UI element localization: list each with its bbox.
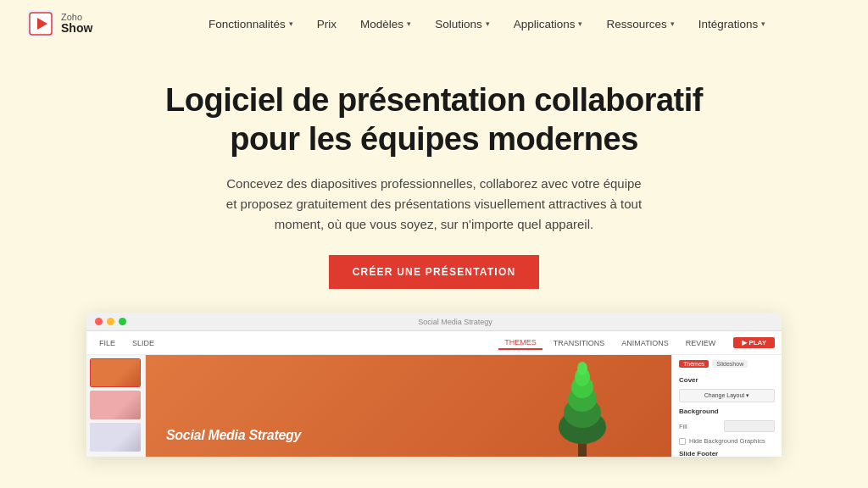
chevron-down-icon: ▾ <box>761 19 765 28</box>
nav-item-integrations[interactable]: Intégrations ▾ <box>698 18 766 30</box>
file-label: Social Media Strategy <box>137 318 773 326</box>
logo-text: Zoho Show <box>61 12 92 35</box>
chevron-down-icon: ▾ <box>670 19 675 28</box>
window-maximize-dot <box>119 318 126 325</box>
nav-link-modeles[interactable]: Modèles ▾ <box>360 18 411 30</box>
nav-link-fonctionnalites[interactable]: Fonctionnalités ▾ <box>209 18 293 30</box>
tab-animations[interactable]: ANIMATIONS <box>615 337 674 349</box>
nav-link-integrations[interactable]: Intégrations ▾ <box>698 18 766 30</box>
slide-thumbnail-1[interactable] <box>90 358 141 387</box>
window-close-dot <box>95 318 103 325</box>
change-layout-button[interactable]: Change Layout ▾ <box>679 389 775 402</box>
chevron-down-icon: ▾ <box>407 19 411 28</box>
hero-subtitle: Concevez des diapositives professionnell… <box>222 174 646 235</box>
panel-tabs: Thèmes Slideshow <box>679 360 775 368</box>
nav-item-solutions[interactable]: Solutions ▾ <box>435 18 490 30</box>
fill-row: Fill <box>679 420 775 432</box>
panel-tab-themes[interactable]: Thèmes <box>679 360 709 368</box>
nav-links: Fonctionnalités ▾ Prix Modèles ▾ Solutio… <box>133 18 841 30</box>
tree-illustration <box>544 355 620 457</box>
nav-item-prix[interactable]: Prix <box>317 18 337 30</box>
hero-section: Logiciel de présentation collaboratif po… <box>0 47 868 457</box>
app-preview: Social Media Strategy FILE SLIDE THEMES … <box>27 313 841 457</box>
tab-review[interactable]: REVIEW <box>680 337 722 349</box>
preview-window: Social Media Strategy FILE SLIDE THEMES … <box>86 313 782 457</box>
hero-title: Logiciel de présentation collaboratif po… <box>165 81 703 158</box>
nav-link-prix[interactable]: Prix <box>317 18 337 30</box>
tab-themes[interactable]: THEMES <box>498 336 542 350</box>
logo-link[interactable]: Zoho Show <box>27 10 92 37</box>
nav-link-solutions[interactable]: Solutions ▾ <box>435 18 490 30</box>
preview-body: Social Media Strategy Thèmes Slideshow C… <box>86 355 782 457</box>
chevron-down-icon: ▾ <box>486 19 490 28</box>
navbar: Zoho Show Fonctionnalités ▾ Prix Modèles… <box>0 0 868 47</box>
hide-bg-checkbox[interactable] <box>679 438 686 445</box>
preview-sidebar <box>86 355 146 457</box>
tab-transitions[interactable]: TRANSITIONS <box>548 337 611 349</box>
bg-label: Background <box>679 408 775 415</box>
slide-thumbnail-2[interactable] <box>90 391 141 419</box>
right-panel: Thèmes Slideshow Cover Change Layout ▾ B… <box>671 355 782 457</box>
tab-file[interactable]: FILE <box>93 337 121 349</box>
nav-item-ressources[interactable]: Ressources ▾ <box>606 18 674 30</box>
cover-label: Cover <box>679 376 775 384</box>
preview-titlebar: Social Media Strategy <box>86 313 782 331</box>
nav-link-applications[interactable]: Applications ▾ <box>514 18 583 30</box>
panel-tab-slideshow[interactable]: Slideshow <box>712 360 748 368</box>
nav-item-modeles[interactable]: Modèles ▾ <box>360 18 411 30</box>
hide-bg-row: Hide Background Graphics <box>679 437 775 445</box>
zoho-show-logo-icon <box>27 10 54 37</box>
tree-svg <box>544 355 620 457</box>
slide-thumbnail-3[interactable] <box>90 423 141 452</box>
window-minimize-dot <box>107 318 114 325</box>
preview-toolbar: FILE SLIDE THEMES TRANSITIONS ANIMATIONS… <box>86 331 782 355</box>
share-button[interactable]: ▶ PLAY <box>733 337 775 348</box>
tab-slide[interactable]: SLIDE <box>126 337 160 349</box>
cta-button[interactable]: CRÉER UNE PRÉSENTATION <box>329 255 540 289</box>
preview-main-slide: Social Media Strategy <box>146 355 671 457</box>
chevron-down-icon: ▾ <box>289 19 293 28</box>
fill-input[interactable] <box>724 420 775 432</box>
chevron-down-icon: ▾ <box>578 19 582 28</box>
logo-show: Show <box>61 22 92 35</box>
slide-title-overlay: Social Media Strategy <box>166 428 301 443</box>
nav-item-fonctionnalites[interactable]: Fonctionnalités ▾ <box>209 18 293 30</box>
nav-link-ressources[interactable]: Ressources ▾ <box>606 18 674 30</box>
svg-point-9 <box>577 362 587 375</box>
nav-item-applications[interactable]: Applications ▾ <box>514 18 583 30</box>
slide-footer-label: Slide Footer <box>679 450 775 457</box>
